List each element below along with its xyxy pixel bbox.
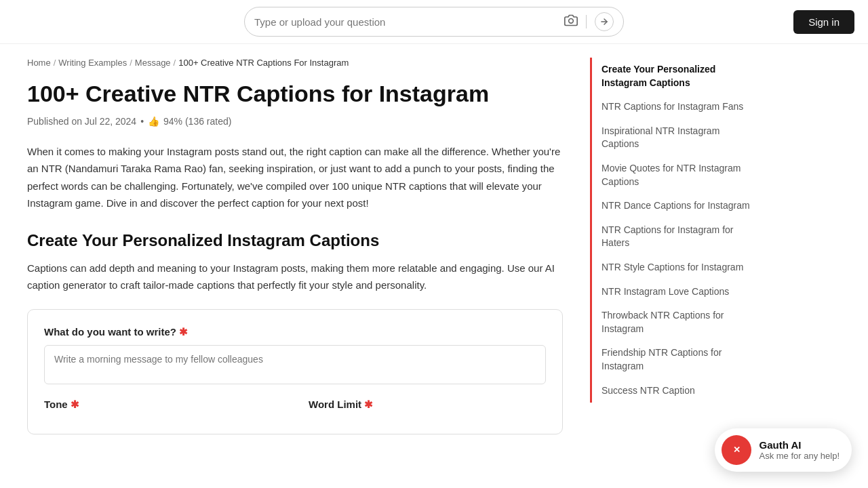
article-title: 100+ Creative NTR Captions for Instagram — [27, 80, 563, 108]
search-input[interactable] — [254, 16, 559, 28]
svg-point-0 — [569, 18, 574, 23]
main-content: Home / Writing Examples / Message / 100+… — [0, 44, 590, 462]
word-limit-label: Word Limit✱ — [309, 399, 546, 411]
gauth-text: Gauth AI Ask me for any help! — [760, 439, 840, 461]
breadcrumb-home[interactable]: Home — [27, 58, 51, 68]
sidebar-item-4[interactable]: NTR Dance Captions for Instagram — [590, 194, 766, 218]
article-meta: Published on Jul 22, 2024 • 👍 94% (136 r… — [27, 116, 563, 127]
search-bar — [244, 7, 624, 37]
breadcrumb: Home / Writing Examples / Message / 100+… — [27, 58, 563, 68]
form-row: Tone✱ Word Limit✱ — [44, 399, 546, 418]
sidebar-item-6[interactable]: NTR Style Captions for Instagram — [590, 256, 766, 280]
sidebar-item-2[interactable]: Inspirational NTR Instagram Captions — [590, 119, 766, 157]
search-divider — [586, 15, 587, 28]
breadcrumb-message[interactable]: Message — [135, 58, 171, 68]
sidebar: Create Your Personalized Instagram Capti… — [590, 44, 780, 462]
thumbs-up-icon: 👍 — [148, 116, 159, 127]
article-intro: When it comes to making your Instagram p… — [27, 143, 563, 212]
sign-in-button[interactable]: Sign in — [793, 10, 854, 34]
sidebar-item-8[interactable]: Throwback NTR Captions for Instagram — [590, 304, 766, 341]
sidebar-item-3[interactable]: Movie Quotes for NTR Instagram Captions — [590, 157, 766, 194]
gauth-tagline: Ask me for any help! — [760, 451, 840, 461]
word-limit-col: Word Limit✱ — [309, 399, 546, 418]
meta-dot: • — [140, 116, 144, 127]
gauth-icon: ✕ — [722, 435, 751, 462]
svg-text:✕: ✕ — [732, 445, 740, 455]
question-label: What do you want to write?✱ — [44, 326, 546, 338]
header: Sign in — [0, 0, 868, 44]
sidebar-item-5[interactable]: NTR Captions for Instagram for Haters — [590, 218, 766, 256]
sidebar-item-0[interactable]: Create Your Personalized Instagram Capti… — [590, 58, 766, 95]
question-textarea[interactable] — [44, 345, 546, 384]
sidebar-item-9[interactable]: Friendship NTR Captions for Instagram — [590, 341, 766, 378]
gauth-widget[interactable]: ✕ Gauth AI Ask me for any help! — [715, 428, 852, 462]
sidebar-item-10[interactable]: Success NTR Caption — [590, 379, 766, 403]
sidebar-item-7[interactable]: NTR Instagram Love Captions — [590, 280, 766, 304]
breadcrumb-current: 100+ Creative NTR Captions For Instagram — [178, 58, 349, 68]
rating: 94% (136 rated) — [163, 116, 231, 127]
required-star-word: ✱ — [364, 399, 373, 411]
breadcrumb-sep-1: / — [54, 58, 56, 68]
tone-label: Tone✱ — [44, 399, 281, 411]
required-star-question: ✱ — [179, 326, 188, 338]
sidebar-nav: Create Your Personalized Instagram Capti… — [590, 58, 766, 403]
breadcrumb-sep-2: / — [130, 58, 132, 68]
caption-form: What do you want to write?✱ Tone✱ Word L… — [27, 309, 563, 434]
camera-icon[interactable] — [564, 14, 578, 30]
breadcrumb-sep-3: / — [174, 58, 176, 68]
required-star-tone: ✱ — [71, 399, 79, 411]
publish-date: Published on Jul 22, 2024 — [27, 116, 136, 127]
section-desc: Captions can add depth and meaning to yo… — [27, 260, 563, 294]
breadcrumb-writing[interactable]: Writing Examples — [58, 58, 127, 68]
section-title: Create Your Personalized Instagram Capti… — [27, 231, 563, 250]
gauth-name: Gauth AI — [760, 439, 840, 451]
sidebar-item-1[interactable]: NTR Captions for Instagram Fans — [590, 95, 766, 119]
search-submit-button[interactable] — [595, 12, 614, 31]
page-layout: Home / Writing Examples / Message / 100+… — [0, 44, 868, 462]
tone-col: Tone✱ — [44, 399, 281, 418]
